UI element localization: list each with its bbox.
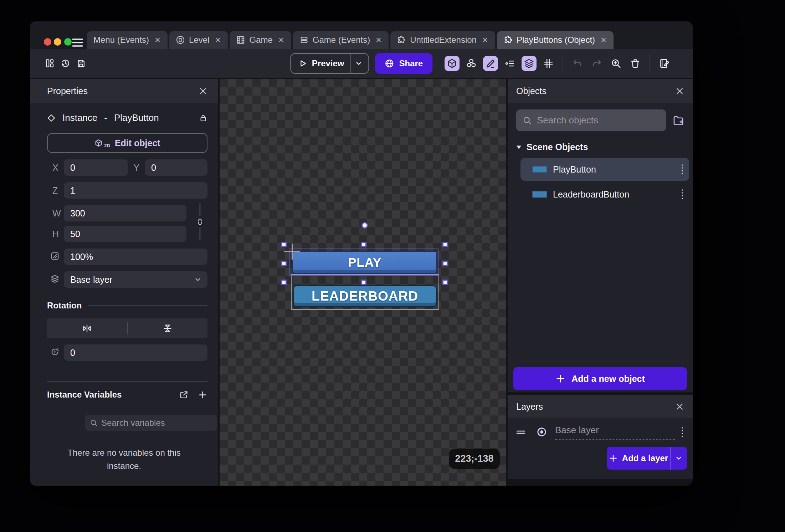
close-icon[interactable] [675,87,684,96]
add-layer-dropdown[interactable] [671,454,687,462]
more-options-icon[interactable] [681,163,684,175]
object-row-leaderboardbutton[interactable]: LeaderboardButton [520,183,689,206]
search-objects-input[interactable] [537,115,660,126]
resize-handle-bottom-left[interactable] [281,280,287,285]
search-variables-box[interactable] [85,415,217,431]
close-icon[interactable] [600,36,607,44]
close-icon[interactable] [675,402,684,411]
rotation-field[interactable] [64,344,207,361]
close-icon[interactable] [154,36,161,44]
events-sheet-icon [299,35,309,45]
tab-level[interactable]: Level [169,31,228,49]
flip-horizontal-button[interactable] [47,323,127,334]
events-notebook-icon[interactable] [657,56,672,71]
lock-aspect-ratio-toggle[interactable] [195,203,205,246]
chevron-down-icon[interactable] [355,60,363,67]
resize-handle-bottom-right[interactable] [442,280,448,285]
window-zoom-button[interactable] [64,38,72,46]
z-field[interactable] [64,182,207,199]
search-variables-input[interactable] [101,418,212,428]
plus-icon [555,374,565,384]
search-icon [90,419,98,427]
add-new-object-button[interactable]: Add a new object [513,367,687,390]
edit-pencil-icon[interactable] [483,56,498,71]
more-options-icon[interactable] [681,426,684,438]
add-layer-main[interactable]: Add a layer [607,453,670,463]
tab-game-events[interactable]: Game (Events) [293,31,389,49]
home-layout-icon[interactable] [45,58,55,68]
layers-panel-header: Layers [508,395,693,418]
resize-handle-mid-left[interactable] [281,261,287,266]
play-button-sprite[interactable]: PLAY [292,251,437,274]
tab-untitled-extension[interactable]: UntitledExtension [390,31,495,49]
close-icon[interactable] [214,36,221,44]
properties-list-icon[interactable] [502,56,517,71]
close-icon[interactable] [375,36,382,44]
close-icon[interactable] [278,36,285,44]
search-objects-box[interactable] [516,109,666,131]
layer-row-base-layer[interactable]: Base layer [516,422,684,442]
grid-icon[interactable] [541,56,556,71]
layer-visibility-icon[interactable] [536,426,547,438]
objects-cubes-icon[interactable] [464,56,479,71]
edit-object-button[interactable]: 2D Edit object [47,133,207,153]
close-icon[interactable] [199,87,207,96]
add-layer-label: Add a layer [622,453,668,463]
object-row-playbutton[interactable]: PlayButton [520,158,689,181]
window-close-button[interactable] [44,38,51,46]
layers-icon[interactable] [522,56,537,71]
zoom-in-icon[interactable] [609,56,624,71]
preview-button[interactable]: Preview [290,53,369,74]
open-external-icon[interactable] [179,390,189,400]
object-thumbnail [532,191,547,198]
layer-name: Base layer [555,425,599,435]
window-minimize-button[interactable] [54,38,61,46]
undo-icon[interactable] [570,56,585,71]
layer-name-field[interactable]: Base layer [555,425,675,440]
resize-handle-top-left[interactable] [281,242,287,247]
add-new-object-label: Add a new object [571,374,645,384]
add-layer-button[interactable]: Add a layer [607,447,687,470]
flip-vertical-button[interactable] [128,323,207,334]
layer-select[interactable]: Base layer [64,271,207,288]
lock-icon[interactable] [199,114,207,122]
resize-handle-top-center[interactable] [361,242,366,247]
y-field[interactable] [145,159,207,176]
save-icon[interactable] [76,58,86,68]
width-field[interactable] [64,205,186,221]
toolbar-right-group [445,55,672,72]
panel-title: Layers [516,401,543,412]
opacity-field[interactable] [64,249,207,265]
z-label: Z [47,185,64,196]
resize-handle-mid-right[interactable] [442,261,448,266]
y-label: Y [128,163,145,173]
more-options-icon[interactable] [681,188,684,200]
add-variable-icon[interactable] [198,390,207,400]
tab-menu-events[interactable]: Menu (Events) [87,31,168,49]
content-area: Properties Instance - PlayButton 2D Edit… [30,78,693,486]
resize-handle-top-right[interactable] [442,242,448,247]
close-icon[interactable] [482,36,489,44]
x-label: X [47,163,64,173]
object-name: PlayButton [553,164,596,175]
x-field[interactable] [64,159,128,176]
tab-playbuttons-object[interactable]: PlayButtons (Object) [497,31,614,49]
add-folder-icon[interactable] [672,114,684,127]
w-label: W [47,208,64,219]
redo-icon[interactable] [589,56,604,71]
height-field[interactable] [64,226,186,242]
drag-handle-icon[interactable] [516,429,525,435]
scene-canvas[interactable]: LEADERBOARD PLAY 223;-138 [220,79,506,486]
trash-icon[interactable] [628,56,643,71]
scene-objects-group[interactable]: Scene Objects [516,142,684,152]
menu-hamburger-icon[interactable] [72,38,83,47]
instance-variables-header: Instance Variables [47,381,207,400]
resize-handle-bottom-center[interactable] [361,280,366,285]
leaderboard-button-sprite[interactable]: LEADERBOARD [293,285,437,307]
cube-2d-sub-label: 2D [104,143,110,148]
rotation-handle[interactable] [361,222,368,229]
history-icon[interactable] [61,58,70,68]
share-button[interactable]: Share [375,53,433,74]
tab-game[interactable]: Game [230,31,291,49]
box-3d-icon[interactable] [445,56,460,71]
